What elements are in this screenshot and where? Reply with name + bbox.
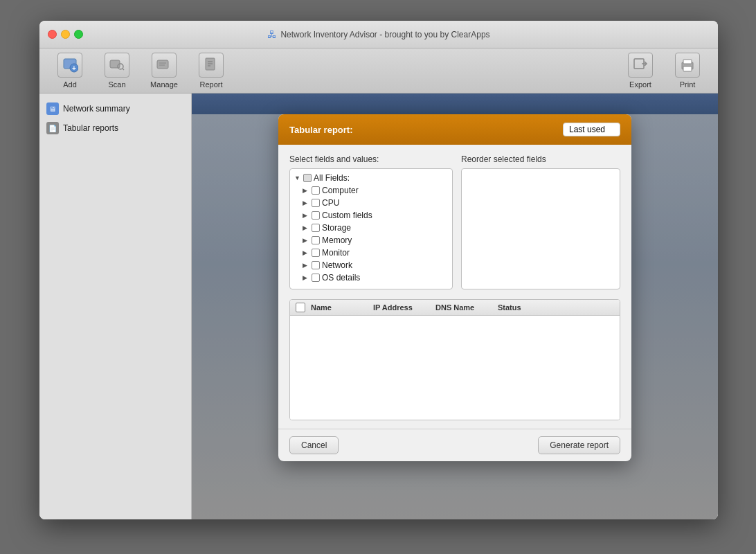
cpu-label: CPU xyxy=(322,198,339,208)
titlebar: 🖧 Network Inventory Advisor - brought to… xyxy=(39,21,718,48)
cpu-checkbox[interactable] xyxy=(312,199,320,207)
memory-arrow: ▶ xyxy=(303,237,309,244)
field-tree[interactable]: ▼ All Fields: ▶ Computer xyxy=(289,168,453,289)
report-button[interactable]: Report xyxy=(195,53,228,89)
reorder-panel: Reorder selected fields xyxy=(461,154,620,289)
title-icon: 🖧 xyxy=(267,29,277,40)
minimize-button[interactable] xyxy=(61,30,70,39)
manage-button[interactable]: Manage xyxy=(147,53,181,89)
reorder-label: Reorder selected fields xyxy=(461,154,620,164)
monitor-arrow: ▶ xyxy=(303,249,309,256)
scan-button[interactable]: Scan xyxy=(100,53,134,89)
network-summary-label: Network summary xyxy=(63,104,130,114)
col-dns: DNS Name xyxy=(435,303,498,312)
print-button[interactable]: Print xyxy=(671,53,704,89)
reorder-box[interactable] xyxy=(461,168,620,289)
dialog-header: Tabular report: Last used Default Custom xyxy=(278,114,631,145)
report-icon xyxy=(199,53,224,78)
tree-item-custom-fields[interactable]: ▶ Custom fields xyxy=(290,209,452,222)
scan-icon xyxy=(105,53,129,78)
os-details-arrow: ▶ xyxy=(303,274,309,281)
tabular-reports-label: Tabular reports xyxy=(63,123,118,133)
dialog: Tabular report: Last used Default Custom xyxy=(278,114,631,461)
monitor-checkbox[interactable] xyxy=(312,249,320,257)
add-button[interactable]: + Add xyxy=(53,53,87,89)
all-fields-arrow: ▼ xyxy=(294,175,301,181)
export-label: Export xyxy=(629,80,651,89)
report-label: Report xyxy=(199,80,222,89)
tree-item-memory[interactable]: ▶ Memory xyxy=(290,234,452,247)
computer-arrow: ▶ xyxy=(303,187,309,194)
svg-text:+: + xyxy=(72,64,76,72)
monitor-label: Monitor xyxy=(322,248,350,258)
toolbar: + Add Scan Manag xyxy=(39,48,718,93)
storage-arrow: ▶ xyxy=(303,224,309,231)
print-label: Print xyxy=(680,80,696,89)
network-summary-icon: 🖥 xyxy=(46,102,59,115)
storage-label: Storage xyxy=(322,223,351,233)
network-label: Network xyxy=(322,260,352,270)
col-status: Status xyxy=(498,303,614,312)
custom-fields-arrow: ▶ xyxy=(303,212,309,219)
close-button[interactable] xyxy=(48,30,57,39)
table-header: Name IP Address DNS Name Status xyxy=(290,300,620,316)
tree-item-network[interactable]: ▶ Network xyxy=(290,259,452,271)
traffic-lights xyxy=(48,30,83,39)
computer-label: Computer xyxy=(322,186,359,195)
manage-label: Manage xyxy=(150,80,178,89)
export-icon xyxy=(628,53,653,78)
tree-item-computer[interactable]: ▶ Computer xyxy=(290,184,452,197)
right-content: Tabular report: Last used Default Custom xyxy=(192,93,718,519)
select-fields-label: Select fields and values: xyxy=(289,154,453,164)
dialog-footer: Cancel Generate report xyxy=(278,429,631,461)
network-checkbox[interactable] xyxy=(312,261,320,269)
main-window: 🖧 Network Inventory Advisor - brought to… xyxy=(39,21,718,519)
dialog-title: Tabular report: xyxy=(289,125,353,135)
table-header-checkbox[interactable] xyxy=(296,303,305,312)
tree-item-cpu[interactable]: ▶ CPU xyxy=(290,197,452,209)
modal-overlay: Tabular report: Last used Default Custom xyxy=(192,93,718,519)
storage-checkbox[interactable] xyxy=(312,224,320,232)
scan-label: Scan xyxy=(108,80,125,89)
toolbar-right: Export Print xyxy=(624,53,704,89)
field-panel: Select fields and values: ▼ All Fields: … xyxy=(289,154,453,289)
select-wrapper: Last used Default Custom xyxy=(563,123,620,136)
col-name: Name xyxy=(311,303,373,312)
sidebar-item-tabular-reports[interactable]: 📄 Tabular reports xyxy=(39,118,191,138)
all-fields-checkbox[interactable] xyxy=(303,174,312,182)
memory-label: Memory xyxy=(322,235,352,245)
maximize-button[interactable] xyxy=(74,30,83,39)
cpu-arrow: ▶ xyxy=(303,199,309,206)
tree-item-storage[interactable]: ▶ Storage xyxy=(290,222,452,234)
window-title: 🖧 Network Inventory Advisor - brought to… xyxy=(267,29,489,40)
sidebar-item-network-summary[interactable]: 🖥 Network summary xyxy=(39,99,191,118)
network-arrow: ▶ xyxy=(303,262,309,269)
manage-icon xyxy=(152,53,177,78)
svg-line-5 xyxy=(123,69,124,70)
add-icon: + xyxy=(57,53,82,78)
sidebar: 🖥 Network summary 📄 Tabular reports xyxy=(39,93,192,519)
svg-rect-16 xyxy=(683,66,692,71)
custom-fields-label: Custom fields xyxy=(322,211,372,220)
report-type-select[interactable]: Last used Default Custom xyxy=(563,123,620,136)
memory-checkbox[interactable] xyxy=(312,236,320,244)
export-button[interactable]: Export xyxy=(624,53,657,89)
dialog-body: Select fields and values: ▼ All Fields: … xyxy=(278,145,631,299)
col-ip: IP Address xyxy=(373,303,435,312)
os-details-checkbox[interactable] xyxy=(312,274,320,282)
tree-item-monitor[interactable]: ▶ Monitor xyxy=(290,247,452,259)
cancel-button[interactable]: Cancel xyxy=(289,436,339,454)
main-content: 🖥 Network summary 📄 Tabular reports Tabu… xyxy=(39,93,718,519)
table-area: Name IP Address DNS Name Status xyxy=(289,299,620,420)
custom-fields-checkbox[interactable] xyxy=(312,211,320,220)
add-label: Add xyxy=(63,80,77,89)
print-icon xyxy=(675,53,700,78)
tree-item-all-fields[interactable]: ▼ All Fields: xyxy=(290,172,452,184)
tabular-reports-icon: 📄 xyxy=(46,122,59,134)
all-fields-label: All Fields: xyxy=(314,173,350,183)
svg-rect-17 xyxy=(683,60,692,64)
tree-item-os-details[interactable]: ▶ OS details xyxy=(290,271,452,284)
computer-checkbox[interactable] xyxy=(312,186,320,195)
table-body xyxy=(290,316,620,420)
generate-report-button[interactable]: Generate report xyxy=(538,436,620,454)
